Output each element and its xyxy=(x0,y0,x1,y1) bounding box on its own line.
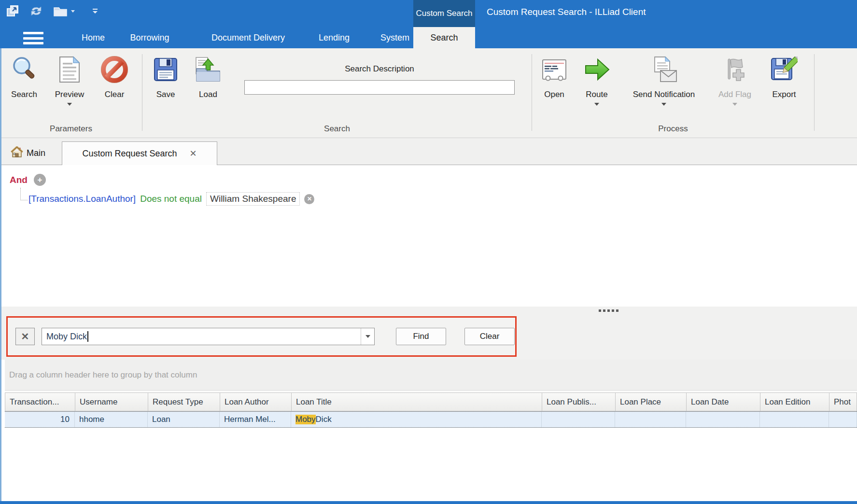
cell-loan-place xyxy=(615,412,686,427)
folder-dropdown-caret xyxy=(70,9,75,13)
search-match-highlight: Moby xyxy=(295,415,316,424)
index-card-icon xyxy=(542,54,567,85)
tab-main-label: Main xyxy=(27,148,45,158)
flag-plus-icon xyxy=(722,54,747,85)
cell-loan-publisher xyxy=(542,412,615,427)
window-title: Custom Request Search - ILLiad Client xyxy=(487,0,646,24)
condition-operator[interactable]: Does not equal xyxy=(140,194,202,204)
column-header-loan-author[interactable]: Loan Author xyxy=(220,393,292,411)
window-left-border xyxy=(0,48,1,501)
ribbon-separator xyxy=(814,54,815,131)
qat-customize-icon[interactable] xyxy=(92,8,98,14)
cell-photo xyxy=(829,412,857,427)
column-header-request-type[interactable]: Request Type xyxy=(148,393,220,411)
condition-value[interactable]: William Shakespeare xyxy=(206,192,300,206)
green-arrow-right-icon xyxy=(583,54,611,85)
group-label-process: Process xyxy=(532,124,814,134)
group-by-band[interactable]: Drag a column header here to group by th… xyxy=(5,360,857,391)
column-header-loan-place[interactable]: Loan Place xyxy=(616,393,687,411)
home-icon xyxy=(11,146,23,160)
send-notification-dropdown-caret[interactable] xyxy=(661,103,666,108)
column-header-loan-date[interactable]: Loan Date xyxy=(687,393,760,411)
save-search-button[interactable]: Save xyxy=(144,48,187,108)
tab-custom-request-search[interactable]: Custom Request Search ✕ xyxy=(62,141,217,165)
clear-find-button[interactable]: Clear xyxy=(464,328,515,345)
column-header-loan-title[interactable]: Loan Title xyxy=(292,393,542,411)
add-flag-button-disabled: Add Flag xyxy=(709,48,761,108)
remove-condition-icon[interactable]: ✕ xyxy=(304,194,314,204)
magnifier-icon xyxy=(10,54,38,85)
close-find-panel-button[interactable]: ✕ xyxy=(15,328,35,345)
tab-document-delivery[interactable]: Document Delivery xyxy=(211,27,285,48)
find-input-value: Moby Dick xyxy=(46,332,87,342)
cell-username: hhome xyxy=(75,412,148,427)
refresh-icon[interactable] xyxy=(29,4,43,18)
document-tab-bar: Main Custom Request Search ✕ xyxy=(0,138,857,165)
condition-field[interactable]: [Transactions.LoanAuthor] xyxy=(28,194,136,204)
quick-access-toolbar xyxy=(6,4,98,18)
open-request-button[interactable]: Open xyxy=(534,48,575,108)
new-window-icon[interactable] xyxy=(6,4,19,18)
cell-loan-title: Moby Dick xyxy=(291,412,542,427)
add-flag-dropdown-caret xyxy=(732,103,737,108)
preview-dropdown-caret[interactable] xyxy=(67,103,72,108)
load-search-button[interactable]: Load xyxy=(187,48,229,108)
ribbon-tab-row: Home Borrowing Document Delivery Lending… xyxy=(0,27,857,48)
cell-request-type: Loan xyxy=(148,412,220,427)
find-panel: ✕ Moby Dick Find Clear xyxy=(6,316,517,357)
ribbon-group-parameters: Search Preview xyxy=(0,48,142,138)
ribbon: Search Preview xyxy=(0,48,857,138)
folder-icon[interactable] xyxy=(53,5,75,17)
splitter-handle[interactable] xyxy=(599,309,618,312)
splitter-band: ✕ Moby Dick Find Clear xyxy=(1,307,857,360)
close-tab-icon[interactable]: ✕ xyxy=(190,149,197,158)
cell-loan-date xyxy=(686,412,760,427)
route-button[interactable]: Route xyxy=(575,48,619,108)
column-header-loan-edition[interactable]: Loan Edition xyxy=(760,393,829,411)
tab-lending[interactable]: Lending xyxy=(319,27,350,48)
text-cursor xyxy=(87,331,88,342)
tab-main[interactable]: Main xyxy=(11,143,45,163)
export-button[interactable]: Export xyxy=(761,48,807,108)
title-bar: Custom Search Custom Request Search - IL… xyxy=(0,0,857,27)
search-button[interactable]: Search xyxy=(2,48,46,108)
mail-notification-icon xyxy=(650,54,678,85)
search-description-area: Search Description xyxy=(230,48,529,95)
column-header-photo[interactable]: Phot xyxy=(829,393,857,411)
column-header-loan-publisher[interactable]: Loan Publis... xyxy=(542,393,616,411)
cell-loan-edition xyxy=(760,412,829,427)
column-header-username[interactable]: Username xyxy=(75,393,148,411)
tab-search-active[interactable]: Search xyxy=(413,27,475,48)
find-input[interactable]: Moby Dick xyxy=(42,328,375,345)
cell-loan-author: Herman Mel... xyxy=(220,412,291,427)
group-label-parameters: Parameters xyxy=(0,124,142,134)
route-dropdown-caret[interactable] xyxy=(594,103,599,108)
clear-parameters-button[interactable]: Clear xyxy=(93,48,136,108)
tab-custom-request-search-label: Custom Request Search xyxy=(82,149,177,159)
find-button[interactable]: Find xyxy=(396,328,446,345)
grid-header-row: Transaction... Username Request Type Loa… xyxy=(5,392,857,411)
floppy-disk-icon xyxy=(153,54,178,85)
add-condition-icon[interactable]: + xyxy=(34,174,46,186)
results-grid: Drag a column header here to group by th… xyxy=(1,360,857,501)
group-label-search: Search xyxy=(142,124,532,134)
tab-system[interactable]: System xyxy=(380,27,409,48)
column-header-transaction[interactable]: Transaction... xyxy=(5,393,75,411)
query-builder-area: And + [Transactions.LoanAuthor] Does not… xyxy=(1,165,857,307)
send-notification-button[interactable]: Send Notification xyxy=(619,48,709,108)
table-row-selected[interactable]: 10 hhome Loan Herman Mel... Moby Dick xyxy=(5,411,857,428)
group-operator-and[interactable]: And xyxy=(10,175,28,185)
search-description-label: Search Description xyxy=(345,64,414,74)
tab-home[interactable]: Home xyxy=(82,27,105,48)
find-history-dropdown-icon[interactable] xyxy=(361,328,374,345)
tree-connector xyxy=(20,188,28,200)
preview-button[interactable]: Preview xyxy=(46,48,93,108)
hamburger-menu-icon[interactable] xyxy=(23,32,43,44)
no-symbol-icon xyxy=(100,54,128,85)
tab-borrowing[interactable]: Borrowing xyxy=(130,27,169,48)
floppy-pencil-icon xyxy=(771,54,798,85)
ribbon-group-process: Open Route xyxy=(532,48,814,138)
folder-up-arrow-icon xyxy=(195,54,222,85)
cell-transaction-number: 10 xyxy=(5,412,75,427)
search-description-input[interactable] xyxy=(244,80,515,95)
